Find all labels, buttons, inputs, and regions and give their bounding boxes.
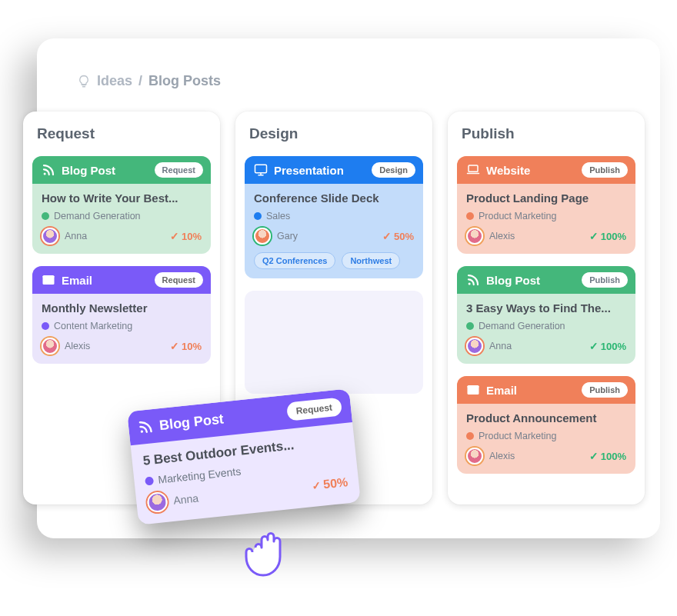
category-label: Product Marketing <box>479 431 556 441</box>
card-type-label: Email <box>62 274 92 287</box>
avatar <box>466 448 483 464</box>
assignee-name: Anna <box>489 341 512 351</box>
dragging-card[interactable]: Blog Post Request 5 Best Outdoor Events.… <box>127 388 361 525</box>
avatar <box>466 228 483 245</box>
rss-icon <box>137 418 154 435</box>
card-type-label: Presentation <box>274 164 344 177</box>
lightbulb-icon <box>77 75 91 88</box>
card-title: Product Announcement <box>466 411 626 425</box>
assignee[interactable]: Alexis <box>466 448 515 464</box>
category-label: Sales <box>266 211 290 221</box>
category-dot <box>145 476 154 485</box>
column-title: Design <box>249 125 420 142</box>
progress-indicator: ✓10% <box>170 341 202 352</box>
stage-badge: Request <box>155 162 203 178</box>
card-type-label: Email <box>486 384 517 397</box>
stage-badge: Publish <box>582 382 628 398</box>
card-title: 3 Easy Ways to Find The... <box>466 301 626 315</box>
category-dot <box>42 212 49 220</box>
category-dot <box>466 322 474 330</box>
card-email-newsletter[interactable]: Email Request Monthly Newsletter Content… <box>32 266 211 364</box>
breadcrumb-root[interactable]: Ideas <box>97 73 132 89</box>
assignee[interactable]: Anna <box>146 488 199 514</box>
rss-icon <box>466 273 480 287</box>
column-publish: Publish Website Publish Product Landing … <box>448 112 645 504</box>
avatar <box>466 338 483 355</box>
check-icon: ✓ <box>589 341 599 351</box>
avatar <box>254 228 271 245</box>
card-title: Product Landing Page <box>466 191 626 205</box>
card-title: How to Write Your Best... <box>42 191 202 205</box>
progress-indicator: ✓100% <box>589 451 626 462</box>
assignee-name: Gary <box>277 231 298 241</box>
avatar <box>146 491 168 514</box>
card-presentation-conference[interactable]: Presentation Design Conference Slide Dec… <box>245 156 423 278</box>
tag[interactable]: Q2 Conferences <box>254 252 335 269</box>
card-website-landing[interactable]: Website Publish Product Landing Page Pro… <box>457 156 635 254</box>
card-blog-post-3ways[interactable]: Blog Post Publish 3 Easy Ways to Find Th… <box>457 266 635 364</box>
column-title: Publish <box>462 125 632 142</box>
card-email-announcement[interactable]: Email Publish Product Announcement Produ… <box>457 376 635 474</box>
stage-badge: Publish <box>582 272 628 288</box>
avatar <box>42 228 58 245</box>
breadcrumb-separator: / <box>138 73 142 89</box>
card-type-label: Website <box>486 164 530 177</box>
category-dot <box>254 212 262 220</box>
stage-badge: Publish <box>582 162 628 178</box>
tag[interactable]: Northwest <box>342 252 400 269</box>
category-label: Demand Generation <box>479 321 565 331</box>
breadcrumb[interactable]: Ideas / Blog Posts <box>77 73 221 89</box>
progress-indicator: ✓100% <box>589 231 626 242</box>
mail-icon <box>466 383 480 397</box>
column-title: Request <box>37 125 208 142</box>
assignee[interactable]: Alexis <box>42 338 90 355</box>
progress-indicator: ✓50% <box>382 231 414 242</box>
stage-badge: Design <box>372 162 415 178</box>
presentation-icon <box>254 163 268 177</box>
category-dot <box>466 432 474 440</box>
progress-indicator: ✓10% <box>170 231 202 242</box>
progress-indicator: ✓50% <box>311 475 349 493</box>
assignee[interactable]: Anna <box>466 338 512 355</box>
assignee-name: Anna <box>173 492 199 507</box>
check-icon: ✓ <box>382 231 392 241</box>
breadcrumb-current[interactable]: Blog Posts <box>148 73 221 89</box>
assignee-name: Anna <box>65 231 87 241</box>
category-dot <box>466 212 474 220</box>
check-icon: ✓ <box>170 231 179 241</box>
check-icon: ✓ <box>589 451 599 461</box>
rss-icon <box>42 163 55 177</box>
category-label: Content Marketing <box>54 321 132 331</box>
card-title: Conference Slide Deck <box>254 191 414 205</box>
assignee[interactable]: Gary <box>254 228 298 245</box>
card-drop-placeholder[interactable] <box>245 291 423 394</box>
category-label: Marketing Events <box>158 465 242 486</box>
check-icon: ✓ <box>170 341 179 351</box>
card-blog-post-howto[interactable]: Blog Post Request How to Write Your Best… <box>32 156 211 254</box>
assignee[interactable]: Alexis <box>466 228 515 245</box>
category-label: Demand Generation <box>54 211 141 221</box>
stage-badge: Request <box>286 397 342 421</box>
card-type-label: Blog Post <box>158 411 225 434</box>
mail-icon <box>42 273 55 287</box>
grab-cursor-icon <box>238 515 300 581</box>
assignee-name: Alexis <box>489 231 515 241</box>
card-type-label: Blog Post <box>486 274 540 287</box>
card-title: Monthly Newsletter <box>42 301 202 315</box>
avatar <box>42 338 58 355</box>
stage-badge: Request <box>155 272 203 288</box>
progress-indicator: ✓100% <box>589 341 626 352</box>
assignee-name: Alexis <box>489 451 515 461</box>
laptop-icon <box>466 163 480 177</box>
check-icon: ✓ <box>589 231 599 241</box>
category-label: Product Marketing <box>479 211 556 221</box>
assignee-name: Alexis <box>65 341 90 351</box>
check-icon: ✓ <box>312 480 322 491</box>
category-dot <box>42 322 49 330</box>
assignee[interactable]: Anna <box>42 228 87 245</box>
card-type-label: Blog Post <box>62 164 115 177</box>
